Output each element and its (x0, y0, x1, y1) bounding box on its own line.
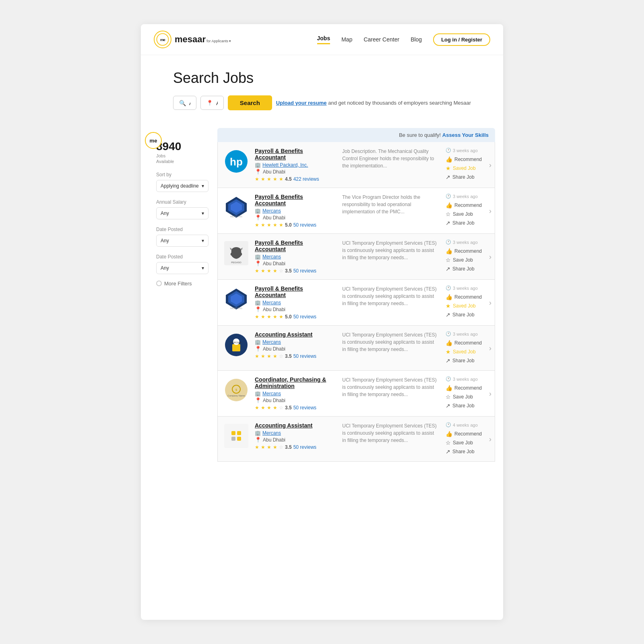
date-posted-select[interactable]: Any ▾ (156, 235, 208, 247)
save-job-label: Saved Job (453, 349, 476, 355)
recommend-button[interactable]: 👍 Recommend (446, 384, 482, 392)
time-ago: 🕐 3 weeks ago (446, 331, 478, 336)
job-description: UCI Temporary Employment Services (TES) … (339, 285, 441, 307)
job-card-chevron[interactable]: › (489, 298, 491, 307)
recommend-label: Recommend (454, 431, 482, 437)
logo-subtext[interactable]: for Applicants ▾ (206, 39, 231, 43)
share-icon: ↗ (446, 266, 450, 272)
share-job-button[interactable]: ↗ Share Job (446, 173, 475, 181)
company-name-link[interactable]: Hewlett Packard, Inc. (262, 162, 308, 168)
chevron-down-icon: ▾ (202, 183, 204, 189)
share-job-button[interactable]: ↗ Share Job (446, 448, 475, 456)
share-job-label: Share Job (452, 449, 475, 454)
date-posted-select-2[interactable]: Any ▾ (156, 262, 208, 274)
recommend-button[interactable]: 👍 Recommend (446, 293, 482, 301)
save-job-button[interactable]: ☆ Save Job (446, 210, 473, 218)
company-name-link[interactable]: Mercans (262, 254, 281, 260)
location-input[interactable] (216, 99, 218, 106)
share-job-button[interactable]: ↗ Share Job (446, 402, 475, 410)
save-job-button[interactable]: ★ Saved Job (446, 302, 476, 310)
job-card: hp Payroll & Benefits Accountant 🏢 Hewle… (217, 142, 495, 188)
rating-number: 3.5 (285, 405, 292, 411)
save-job-label: Saved Job (453, 165, 476, 171)
company-name-link[interactable]: Mercans (262, 300, 281, 305)
job-location: Abu Dhabi (263, 307, 285, 312)
keyword-input[interactable] (189, 99, 190, 106)
share-job-label: Share Job (452, 403, 475, 409)
job-title[interactable]: Payroll & Benefits Accountant (255, 239, 334, 252)
job-rating-row: ★★★★★ 4.5 422 reviews (255, 176, 334, 182)
recommend-button[interactable]: 👍 Recommend (446, 155, 482, 163)
share-icon: ↗ (446, 448, 450, 455)
reviews-link[interactable]: 50 reviews (293, 222, 316, 228)
time-ago: 🕐 3 weeks ago (446, 285, 478, 291)
time-ago-text: 4 weeks ago (453, 423, 478, 427)
thumbs-up-icon: 👍 (446, 294, 452, 300)
job-card-chevron[interactable]: › (489, 389, 491, 398)
reviews-link[interactable]: 50 reviews (293, 353, 316, 359)
job-card-chevron[interactable]: › (489, 344, 491, 352)
nav-jobs[interactable]: Jobs (317, 35, 330, 44)
reviews-link[interactable]: 50 reviews (293, 405, 316, 411)
star-filled: ★ (255, 176, 259, 182)
reviews-link[interactable]: 422 reviews (293, 176, 319, 182)
star-filled: ★ (267, 353, 271, 359)
nav-blog[interactable]: Blog (411, 36, 422, 43)
job-actions: 🕐 3 weeks ago 👍 Recommend ☆ Save Job ↗ S… (446, 376, 490, 410)
job-title[interactable]: Accounting Assistant (255, 422, 334, 429)
job-card-chevron[interactable]: › (489, 161, 491, 169)
jobs-count: 8940 JobsAvailable (156, 140, 209, 165)
company-name-link[interactable]: Mercans (262, 208, 281, 214)
more-filters-label: More Filters (164, 281, 192, 287)
save-job-button[interactable]: ☆ Save Job (446, 439, 473, 447)
star-filled-icon: ★ (446, 165, 451, 171)
recommend-button[interactable]: 👍 Recommend (446, 430, 482, 438)
upload-resume-link[interactable]: Upload your resume (276, 100, 327, 106)
save-job-button[interactable]: ★ Saved Job (446, 348, 476, 356)
share-job-button[interactable]: ↗ Share Job (446, 265, 475, 273)
job-title[interactable]: Payroll & Benefits Accountant (255, 148, 334, 161)
share-icon: ↗ (446, 312, 450, 318)
recommend-button[interactable]: 👍 Recommend (446, 247, 482, 255)
job-description: Job Description. The Mechanical Quality … (339, 148, 441, 169)
job-location-row: 📍 Abu Dhabi (255, 346, 334, 352)
job-title[interactable]: Payroll & Benefits Accountant (255, 285, 334, 298)
search-button[interactable]: Search (228, 95, 272, 110)
reviews-link[interactable]: 50 reviews (293, 268, 316, 274)
job-title[interactable]: Payroll & Benefits Accountant (255, 194, 334, 206)
save-job-button[interactable]: ☆ Save Job (446, 256, 473, 264)
recommend-button[interactable]: 👍 Recommend (446, 201, 482, 209)
save-job-button[interactable]: ☆ Save Job (446, 393, 473, 401)
login-register-button[interactable]: Log in / Register (433, 33, 490, 46)
job-title[interactable]: Coordinator, Purchasing & Administration (255, 376, 334, 389)
share-job-button[interactable]: ↗ Share Job (446, 219, 475, 227)
recommend-button[interactable]: 👍 Recommend (446, 339, 482, 347)
thumbs-up-icon: 👍 (446, 385, 452, 391)
nav-career-center[interactable]: Career Center (363, 36, 399, 43)
clock-icon: 🕐 (446, 422, 451, 427)
company-name-link[interactable]: Mercans (262, 430, 281, 436)
company-name-link[interactable]: Mercans (262, 391, 281, 396)
job-card-chevron[interactable]: › (489, 435, 491, 443)
more-filters-button[interactable]: More Filters (156, 281, 209, 287)
share-job-button[interactable]: ↗ Share Job (446, 311, 475, 319)
job-info: Accounting Assistant 🏢 Mercans 📍 Abu Dha… (255, 422, 334, 450)
sort-select[interactable]: Applying deadline ▾ (156, 180, 208, 192)
assess-skills-link[interactable]: Assess Your Skills (442, 132, 489, 138)
reviews-link[interactable]: 50 reviews (293, 314, 316, 320)
star-filled: ★ (261, 444, 265, 450)
share-job-label: Share Job (452, 174, 475, 180)
company-name-link[interactable]: Mercans (262, 339, 281, 345)
save-job-button[interactable]: ★ Saved Job (446, 164, 476, 172)
share-job-button[interactable]: ↗ Share Job (446, 357, 475, 365)
job-card-chevron[interactable]: › (489, 252, 491, 261)
search-bar-row: 🔍 📍 Search Upload your resume and get no… (173, 95, 471, 110)
job-card-chevron[interactable]: › (489, 206, 491, 215)
reviews-link[interactable]: 50 reviews (293, 444, 316, 450)
job-title[interactable]: Accounting Assistant (255, 331, 334, 338)
job-description: UCI Temporary Employment Services (TES) … (339, 422, 441, 444)
clock-icon: 🕐 (446, 285, 451, 291)
job-location-row: 📍 Abu Dhabi (255, 260, 334, 266)
salary-select[interactable]: Any ▾ (156, 207, 208, 219)
nav-map[interactable]: Map (341, 36, 352, 43)
